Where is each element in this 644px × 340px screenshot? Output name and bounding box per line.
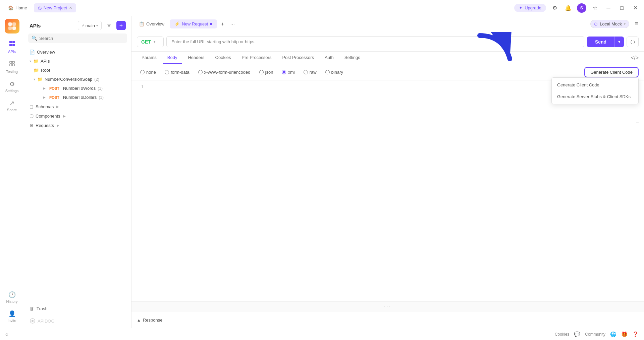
tab-params[interactable]: Params bbox=[137, 52, 161, 64]
tab-headers[interactable]: Headers bbox=[183, 52, 209, 64]
search-icon: 🔍 bbox=[32, 36, 37, 41]
close-tab-icon[interactable]: ✕ bbox=[69, 6, 72, 10]
share-icon: ↗ bbox=[9, 99, 14, 107]
add-button[interactable]: + bbox=[116, 21, 126, 30]
send-dropdown-button[interactable]: ▾ bbox=[614, 37, 624, 47]
method-selector[interactable]: GET ▾ bbox=[137, 37, 164, 47]
radio-formdata[interactable] bbox=[165, 70, 169, 74]
settings-label: Settings bbox=[5, 89, 19, 93]
code-content[interactable] bbox=[149, 84, 639, 297]
numbertowords-label: NumberToWords bbox=[63, 86, 96, 91]
project-tab[interactable]: ◷ New Project ✕ bbox=[34, 3, 76, 12]
sidebar-item-requests[interactable]: ⊕ Requests ▶ bbox=[24, 121, 131, 130]
sidebar-item-apis[interactable]: APIs bbox=[2, 38, 22, 56]
body-opt-raw[interactable]: raw bbox=[300, 68, 320, 76]
expand-button[interactable]: ⟨ ⟩ bbox=[627, 37, 639, 47]
sidebar-trash-item[interactable]: 🗑 Trash bbox=[24, 303, 131, 314]
body-opt-xml-label: xml bbox=[288, 70, 294, 75]
sidebar-item-invite[interactable]: 👤 Invite bbox=[2, 308, 22, 325]
radio-xml[interactable] bbox=[282, 70, 286, 74]
tab-new-request[interactable]: ⚡ New Request bbox=[170, 19, 217, 28]
branch-label: main bbox=[86, 23, 95, 28]
root-folder-icon: 📁 bbox=[34, 68, 39, 73]
more-tabs-icon[interactable]: ··· bbox=[228, 19, 237, 29]
filter-icon[interactable] bbox=[104, 21, 114, 30]
radio-raw[interactable] bbox=[304, 70, 308, 74]
home-tab-label: Home bbox=[15, 5, 27, 10]
tab-post-processors[interactable]: Post Processors bbox=[277, 52, 319, 64]
send-btn-group: Send ▾ bbox=[587, 37, 624, 47]
sidebar-item-root[interactable]: 📁 Root bbox=[24, 66, 131, 75]
add-tab-button[interactable]: + bbox=[218, 19, 227, 29]
bell-icon[interactable]: 🔔 bbox=[564, 3, 573, 13]
tab-settings[interactable]: Settings bbox=[340, 52, 365, 64]
local-mock-button[interactable]: ⊙ Local Mock ▾ bbox=[590, 20, 629, 28]
svg-rect-7 bbox=[9, 44, 12, 46]
send-button[interactable]: Send bbox=[587, 37, 614, 47]
req-tabs-right: ⊙ Local Mock ▾ ≡ bbox=[590, 19, 641, 29]
code-editor[interactable]: 1 — bbox=[131, 80, 644, 302]
sidebar-item-apis-folder[interactable]: ▾ 📁 APIs bbox=[24, 57, 131, 66]
upgrade-button[interactable]: ✦ Upgrade bbox=[514, 4, 546, 12]
maximize-icon[interactable]: □ bbox=[617, 3, 627, 13]
body-opt-urlencoded[interactable]: x-www-form-urlencoded bbox=[195, 68, 254, 76]
tab-cookies[interactable]: Cookies bbox=[211, 52, 236, 64]
home-tab[interactable]: 🏠 Home bbox=[4, 3, 31, 12]
sidebar-item-overview[interactable]: 📄 Overview bbox=[24, 48, 131, 57]
branch-icon: ⑂ bbox=[82, 23, 84, 28]
sidebar-item-history[interactable]: 🕐 History bbox=[2, 288, 22, 306]
star-icon[interactable]: ☆ bbox=[590, 3, 600, 13]
schemas-label: Schemas bbox=[36, 104, 54, 109]
url-input[interactable] bbox=[166, 36, 584, 47]
bottom-bar: « Cookies 💬 Community 🌐 🎁 ❓ bbox=[0, 328, 644, 340]
sidebar-item-settings[interactable]: ⚙ Settings bbox=[2, 78, 22, 95]
history-icon: 🕐 bbox=[8, 291, 16, 298]
scroll-handle: — bbox=[636, 121, 639, 125]
app-icon bbox=[5, 19, 19, 33]
folder-expand-icon: ▾ bbox=[34, 77, 35, 81]
radio-binary[interactable] bbox=[325, 70, 330, 74]
url-bar: GET ▾ Send ▾ ⟨ ⟩ bbox=[131, 32, 644, 52]
radio-urlencoded[interactable] bbox=[198, 70, 203, 74]
radio-json[interactable] bbox=[259, 70, 264, 74]
auth-tab-label: Auth bbox=[325, 55, 334, 60]
generate-code-menu-item-1[interactable]: Generate Client Code bbox=[552, 79, 638, 91]
tab-body[interactable]: Body bbox=[163, 52, 182, 64]
tab-overview[interactable]: 📋 Overview bbox=[134, 19, 169, 28]
cookies-label[interactable]: Cookies bbox=[555, 332, 569, 337]
sidebar-item-numberconversion[interactable]: ▾ 📁 NumberConversionSoap (2) bbox=[24, 75, 131, 84]
overview-label: Overview bbox=[37, 50, 55, 55]
sidebar-item-share[interactable]: ↗ Share bbox=[2, 97, 22, 115]
radio-none[interactable] bbox=[140, 70, 145, 74]
body-opt-none[interactable]: none bbox=[137, 68, 159, 76]
response-toggle[interactable]: ▲ Response bbox=[137, 318, 162, 323]
sidebar-item-numbertodollars[interactable]: ▶ POST NumberToDollars (1) bbox=[24, 93, 131, 102]
tab-auth[interactable]: Auth bbox=[320, 52, 338, 64]
lightning-icon: ⚡ bbox=[174, 21, 180, 26]
body-opt-xml[interactable]: xml bbox=[278, 68, 298, 76]
generate-code-button[interactable]: Generate Client Code bbox=[584, 67, 639, 77]
settings-icon[interactable]: ⚙ bbox=[550, 3, 559, 13]
search-input[interactable] bbox=[39, 36, 124, 41]
hamburger-menu-icon[interactable]: ≡ bbox=[632, 19, 641, 29]
numberconversion-label: NumberConversionSoap bbox=[45, 77, 92, 82]
close-icon[interactable]: ✕ bbox=[631, 3, 640, 13]
gift-icon: 🎁 bbox=[621, 331, 628, 337]
apis-folder-icon: 📁 bbox=[33, 59, 39, 64]
code-view-icon[interactable]: </> bbox=[631, 55, 639, 61]
sidebar-item-testing[interactable]: Testing bbox=[2, 58, 22, 76]
apis-folder-label: APIs bbox=[41, 59, 50, 64]
sidebar-item-schemas[interactable]: ◻ Schemas ▶ bbox=[24, 102, 131, 111]
body-opt-formdata[interactable]: form-data bbox=[161, 68, 193, 76]
body-opt-json[interactable]: json bbox=[256, 68, 277, 76]
tab-pre-processors[interactable]: Pre Processors bbox=[237, 52, 276, 64]
sidebar-item-numbertowords[interactable]: ▶ POST NumberToWords (1) bbox=[24, 84, 131, 93]
generate-code-menu-item-2[interactable]: Generate Server Stubs & Client SDKs bbox=[552, 91, 638, 103]
minimize-icon[interactable]: ─ bbox=[604, 3, 613, 13]
panel-actions: ⑂ main ▾ + bbox=[78, 21, 126, 30]
community-label[interactable]: Community bbox=[585, 332, 605, 337]
body-opt-binary[interactable]: binary bbox=[322, 68, 346, 76]
avatar[interactable]: S bbox=[577, 3, 586, 13]
branch-selector[interactable]: ⑂ main ▾ bbox=[78, 21, 102, 30]
sidebar-item-components[interactable]: ⬡ Components ▶ bbox=[24, 111, 131, 121]
